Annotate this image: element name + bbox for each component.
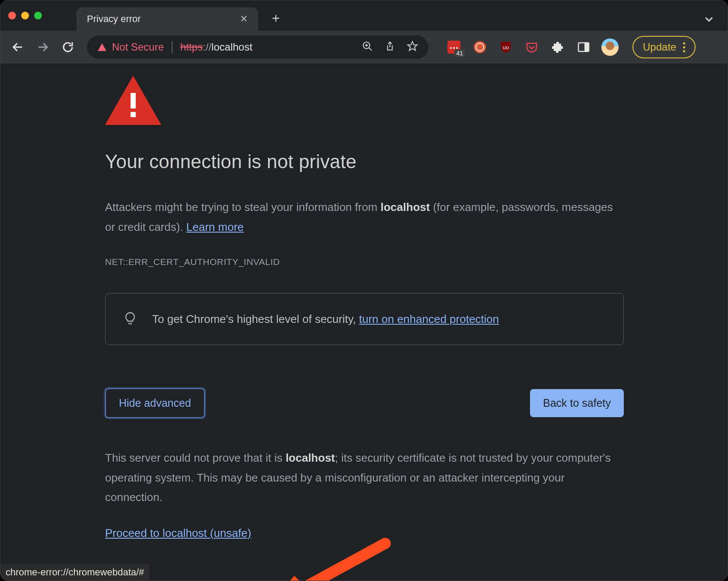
svg-text:uo: uo <box>503 44 509 51</box>
window-zoom-button[interactable] <box>34 12 42 19</box>
security-label: Not Secure <box>112 41 164 53</box>
extension-duckduckgo[interactable] <box>473 40 487 54</box>
nav-forward-button[interactable] <box>34 38 51 56</box>
svg-line-3 <box>369 48 372 51</box>
tab-strip: Privacy error ✕ ＋ <box>0 0 728 31</box>
advanced-paragraph: This server could not prove that it is l… <box>105 448 624 508</box>
page-heading: Your connection is not private <box>105 151 624 172</box>
bookmark-star-icon[interactable] <box>407 41 418 54</box>
browser-window: Privacy error ✕ ＋ Not Secure https://loc… <box>0 0 728 581</box>
error-code: NET::ERR_CERT_AUTHORITY_INVALID <box>105 257 624 267</box>
update-button[interactable]: Update <box>632 36 696 58</box>
status-bar: chrome-error://chromewebdata/# <box>0 564 149 581</box>
warning-triangle-icon <box>97 43 107 51</box>
svg-point-9 <box>450 47 452 49</box>
extension-ublock[interactable]: uo <box>498 40 513 54</box>
new-tab-button[interactable]: ＋ <box>269 9 282 27</box>
tab-close-button[interactable]: ✕ <box>240 13 248 25</box>
url-display: https://localhost <box>180 41 252 53</box>
extensions-menu-icon[interactable] <box>550 40 565 54</box>
warning-paragraph: Attackers might be trying to steal your … <box>105 198 624 237</box>
svg-marker-7 <box>408 42 417 51</box>
page-content: Your connection is not private Attackers… <box>0 64 728 581</box>
share-icon[interactable] <box>384 41 396 54</box>
lightbulb-icon <box>123 311 137 327</box>
update-button-label: Update <box>643 41 676 53</box>
side-panel-icon[interactable] <box>576 40 591 54</box>
url-scheme-sep: :// <box>203 41 211 53</box>
nav-reload-button[interactable] <box>59 38 77 56</box>
security-indicator[interactable]: Not Secure <box>97 41 164 53</box>
enhanced-protection-link[interactable]: turn on enhanced protection <box>359 313 499 326</box>
zoom-icon[interactable] <box>362 41 373 54</box>
interstitial-panel: Your connection is not private Attackers… <box>105 76 624 540</box>
url-scheme: https <box>180 41 203 53</box>
warning-triangle-icon <box>105 76 624 125</box>
window-minimize-button[interactable] <box>21 12 29 19</box>
extension-pocket[interactable] <box>524 40 539 54</box>
toolbar: Not Secure https://localhost 41 uo <box>0 31 728 64</box>
browser-tab[interactable]: Privacy error ✕ <box>77 7 258 31</box>
extension-lastpass[interactable]: 41 <box>447 40 461 54</box>
svg-point-11 <box>456 47 458 49</box>
tabs-dropdown-button[interactable] <box>703 13 715 26</box>
proceed-row: Proceed to localhost (unsafe) <box>105 527 624 540</box>
learn-more-link[interactable]: Learn more <box>186 220 244 233</box>
svg-rect-17 <box>584 43 589 51</box>
profile-avatar[interactable] <box>601 38 619 56</box>
extension-row: 41 uo <box>447 40 591 54</box>
back-to-safety-button[interactable]: Back to safety <box>530 389 624 417</box>
svg-point-10 <box>453 47 455 49</box>
promo-text: To get Chrome's highest level of securit… <box>152 313 499 326</box>
svg-rect-18 <box>131 93 136 109</box>
button-row: Hide advanced Back to safety <box>105 388 624 418</box>
svg-point-14 <box>476 44 483 51</box>
proceed-unsafe-link[interactable]: Proceed to localhost (unsafe) <box>105 527 251 540</box>
hide-advanced-button[interactable]: Hide advanced <box>105 388 205 418</box>
svg-line-20 <box>290 543 385 581</box>
annotation-arrow-icon <box>264 535 394 581</box>
enhanced-protection-promo: To get Chrome's highest level of securit… <box>105 293 624 345</box>
omnibox[interactable]: Not Secure https://localhost <box>87 35 428 59</box>
svg-marker-21 <box>268 576 312 581</box>
svg-rect-19 <box>131 112 136 117</box>
omnibox-separator <box>172 41 172 53</box>
window-close-button[interactable] <box>8 12 16 19</box>
window-controls <box>8 12 42 19</box>
tab-title: Privacy error <box>87 13 141 25</box>
warning-host: localhost <box>380 201 430 214</box>
url-host: localhost <box>211 41 252 53</box>
nav-back-button[interactable] <box>9 38 26 56</box>
kebab-menu-icon[interactable] <box>683 42 685 52</box>
extension-badge: 41 <box>454 49 465 57</box>
